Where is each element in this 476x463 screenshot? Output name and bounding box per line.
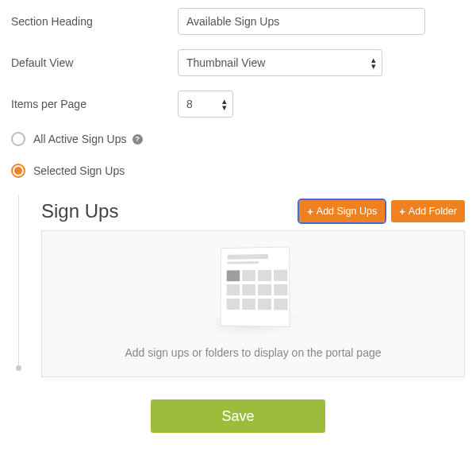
empty-state: Add sign ups or folders to display on th… xyxy=(41,230,465,377)
tree-end-dot-icon xyxy=(16,365,21,371)
panel-header: Sign Ups + Add Sign Ups + Add Folder xyxy=(41,200,465,222)
row-items-per-page: Items per Page 8 ▴▾ xyxy=(11,91,465,118)
select-items-per-page-wrap: 8 ▴▾ xyxy=(178,91,233,118)
label-section-heading: Section Heading xyxy=(11,15,178,28)
add-signups-button-label: Add Sign Ups xyxy=(317,206,377,217)
row-section-heading: Section Heading xyxy=(11,8,465,35)
label-items-per-page: Items per Page xyxy=(11,98,178,110)
tree-line xyxy=(18,195,19,368)
tree-area: Sign Ups + Add Sign Ups + Add Folder xyxy=(11,195,465,377)
radio-all-active-label: All Active Sign Ups xyxy=(33,133,127,145)
label-default-view: Default View xyxy=(11,56,178,69)
radio-circle-selected-icon xyxy=(11,164,25,178)
empty-message: Add sign ups or folders to display on th… xyxy=(125,346,382,359)
select-default-view-wrap: Thumbnail View ▴▾ xyxy=(178,49,382,76)
save-row: Save xyxy=(11,399,465,433)
add-folder-button-label: Add Folder xyxy=(409,206,457,217)
add-folder-button[interactable]: + Add Folder xyxy=(391,200,465,222)
input-section-heading[interactable] xyxy=(178,8,425,35)
select-default-view[interactable]: Thumbnail View xyxy=(178,49,382,76)
radio-selected[interactable]: Selected Sign Ups xyxy=(11,164,465,178)
row-default-view: Default View Thumbnail View ▴▾ xyxy=(11,49,465,76)
radio-dot-icon xyxy=(14,167,22,175)
help-icon[interactable]: ? xyxy=(132,134,143,145)
radio-circle-icon xyxy=(11,132,25,146)
signups-panel: Sign Ups + Add Sign Ups + Add Folder xyxy=(27,195,465,377)
plus-icon: + xyxy=(399,206,405,217)
panel-title: Sign Ups xyxy=(41,200,118,222)
empty-illustration-icon xyxy=(202,247,304,338)
radio-all-active[interactable]: All Active Sign Ups ? xyxy=(11,132,465,146)
save-button[interactable]: Save xyxy=(151,399,325,433)
plus-icon: + xyxy=(307,206,313,217)
select-items-per-page[interactable]: 8 xyxy=(178,91,233,118)
add-signups-button[interactable]: + Add Sign Ups xyxy=(299,200,385,222)
panel-button-group: + Add Sign Ups + Add Folder xyxy=(299,200,465,222)
radio-selected-label: Selected Sign Ups xyxy=(33,164,125,177)
